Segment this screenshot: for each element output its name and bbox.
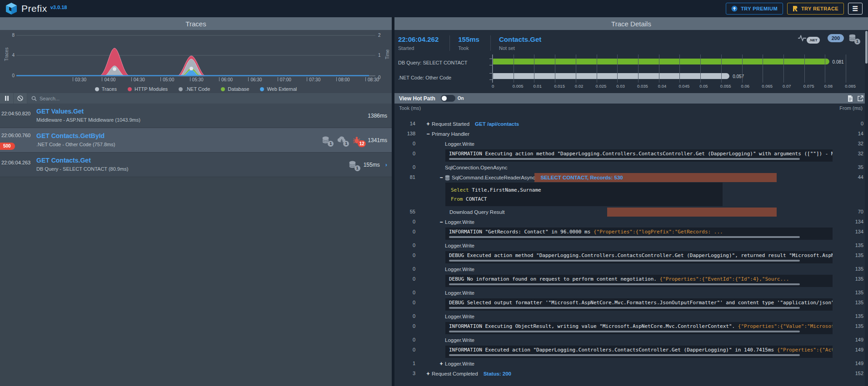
hot-path-toggle[interactable] — [441, 95, 455, 102]
hamburger-menu-button[interactable]: ☰ — [848, 3, 863, 15]
tree-node-row[interactable]: 14+Request StartedGET /api/contacts0 — [394, 119, 864, 129]
top-bar: Prefix v3.0.18 TRY PREMIUM TRY RETRACE ☰ — [0, 0, 868, 17]
trace-title[interactable]: GET Contacts.Get — [36, 157, 388, 164]
log-message-text: DEBUG Selected output formatter '"Micros… — [449, 300, 829, 306]
legend-item[interactable]: Web External — [260, 86, 297, 92]
log-message-box[interactable]: INFORMATION Executing ObjectResult, writ… — [445, 322, 833, 334]
log-message-box[interactable]: DEBUG No information found on request to… — [445, 275, 833, 287]
took-value: 0 — [394, 242, 415, 248]
horizontal-scrollbar[interactable] — [449, 283, 800, 285]
took-value: 0 — [394, 290, 415, 295]
chevron-right-icon[interactable]: › — [385, 161, 387, 168]
open-external-button[interactable] — [858, 95, 863, 102]
duration-axis-tick: 0.065 — [762, 84, 773, 89]
tree-node-row[interactable]: 55Download Query Result70 — [394, 207, 864, 217]
net-code-bar — [493, 73, 729, 79]
horizontal-scrollbar[interactable] — [449, 158, 800, 160]
gridline — [493, 54, 493, 83]
horizontal-scrollbar[interactable] — [449, 354, 800, 356]
expander-icon[interactable]: − — [438, 219, 445, 225]
log-message-text: DEBUG No information found on request to… — [449, 276, 829, 282]
log-message-box[interactable]: DEBUG Executed action method "DapperLogg… — [445, 251, 833, 263]
legend-dot — [95, 87, 99, 91]
db-query-bar — [493, 59, 829, 64]
from-value: 134 — [836, 219, 863, 224]
try-retrace-button[interactable]: TRY RETRACE — [787, 3, 844, 15]
tree-node-row[interactable]: 81−SqlCommand.ExecuteReaderAsyncSELECT C… — [394, 173, 864, 183]
export-report-button[interactable] — [848, 95, 853, 102]
tree-node-row[interactable]: 0Logger.Write135 — [394, 241, 864, 251]
log-message-box[interactable]: INFORMATION Executed action "DapperLoggi… — [445, 346, 833, 358]
traces-chart[interactable]: Traces Time 840210 03:3004:0004:3005:000… — [0, 30, 392, 93]
scrollbar-thumb[interactable] — [865, 31, 868, 64]
log-message-box[interactable]: INFORMATION "GetRecords: Contact" in 96.… — [445, 228, 833, 240]
took-value: 14 — [394, 121, 415, 126]
expander-icon[interactable]: + — [438, 361, 445, 367]
search-input[interactable] — [40, 96, 392, 101]
try-retrace-label: TRY RETRACE — [801, 6, 838, 11]
trace-time: 22:04:50.820 — [1, 111, 35, 116]
tree-node-row[interactable]: 138−Primary Handler14 — [394, 129, 864, 139]
gridline — [804, 54, 805, 83]
trace-list-toolbar — [0, 93, 392, 104]
chart-legend: TracesHTTP Modules.NET CodeDatabaseWeb E… — [0, 86, 392, 92]
duration-axis-tick: 0.045 — [678, 84, 689, 89]
legend-item[interactable]: Database — [221, 86, 249, 92]
sql-statement-box[interactable]: Select Title,FirstName,SurnameFrom CONTA… — [445, 183, 723, 206]
horizontal-scrollbar[interactable] — [449, 260, 800, 262]
expander-icon[interactable]: + — [424, 371, 432, 377]
tree-node-row[interactable]: 0Logger.Write135 — [394, 264, 864, 274]
clear-button[interactable] — [14, 93, 27, 104]
duration-axis-tick: 0.08 — [824, 84, 833, 89]
trace-name-value[interactable]: Contacts.Get — [499, 35, 541, 43]
horizontal-scrollbar[interactable] — [449, 236, 800, 238]
gridline — [783, 54, 784, 83]
gridline — [576, 54, 576, 83]
tree-node-row[interactable]: 0Logger.Write135 — [394, 312, 864, 322]
legend-item[interactable]: .NET Code — [179, 86, 210, 92]
sql-text: CONTACT — [463, 196, 487, 202]
tree-node-row[interactable]: 3+Request CompletedStatus: 200152 — [394, 369, 864, 379]
tree-node-link[interactable]: GET /api/contacts — [475, 121, 519, 127]
pause-button[interactable] — [0, 93, 14, 104]
took-value: 0 — [394, 164, 415, 170]
horizontal-scrollbar[interactable] — [449, 307, 800, 309]
duration-axis-tick: 0.06 — [741, 84, 750, 89]
summary-icons: .NET 200 1 — [798, 34, 858, 43]
sql-keyword: Select — [451, 187, 469, 193]
y2-axis-title: Time — [385, 41, 390, 68]
hot-path-bar: View Hot Path On — [394, 93, 868, 104]
expander-icon[interactable]: + — [424, 121, 432, 127]
trace-list-item[interactable]: 22:04:50.820 GET Values.Get Middleware -… — [0, 104, 392, 128]
tree-node-link[interactable]: Status: 200 — [484, 371, 511, 376]
app-version: v3.0.18 — [50, 5, 67, 10]
trace-title[interactable]: GET Values.Get — [36, 108, 388, 115]
tree-node-link[interactable]: SELECT CONTACT, Records: 530 — [540, 175, 623, 180]
tree-node-row[interactable]: 0SqlConnection.OpenAsync35 — [394, 163, 864, 173]
expander-icon[interactable]: − — [438, 174, 445, 181]
log-message-box[interactable]: INFORMATION Executing action method "Dap… — [445, 149, 833, 162]
tree-node-row[interactable]: 0Logger.Write149 — [394, 335, 864, 345]
expander-icon[interactable]: − — [424, 131, 432, 137]
trace-list-item[interactable]: 22:06:00.760 500 GET Contacts.GetById .N… — [0, 128, 392, 153]
try-premium-button[interactable]: TRY PREMIUM — [726, 3, 783, 15]
legend-item[interactable]: HTTP Modules — [128, 86, 168, 92]
legend-item[interactable]: Traces — [95, 86, 117, 92]
horizontal-scrollbar[interactable] — [449, 331, 800, 332]
tree-node-row[interactable]: 1+Logger.Write149 — [394, 359, 864, 369]
log-message-box[interactable]: DEBUG Selected output formatter '"Micros… — [445, 298, 833, 311]
duration-axis-tick: 0.05 — [699, 84, 708, 89]
tree-node-row[interactable]: 0Logger.Write32 — [394, 139, 864, 149]
took-label: Took — [458, 45, 479, 51]
tree-log-row: 0INFORMATION Executed action "DapperLogg… — [394, 345, 864, 359]
trace-details-panel: Trace Details 22:06:04.262 Started 155ms… — [394, 17, 868, 386]
sql-keyword: From — [451, 196, 463, 202]
gridline — [742, 54, 743, 83]
took-value: 55 — [394, 209, 415, 214]
vertical-scrollbar[interactable] — [865, 30, 868, 386]
tree-node-content: −Primary Handler — [424, 131, 469, 137]
tree-node-row[interactable]: 0−Logger.Write134 — [394, 217, 864, 227]
tree-node-row[interactable]: 0Logger.Write135 — [394, 288, 864, 298]
y2-axis-tick: 2 — [378, 33, 384, 38]
trace-list-item[interactable]: 22:06:04.263 GET Contacts.Get DB Query -… — [0, 153, 392, 177]
